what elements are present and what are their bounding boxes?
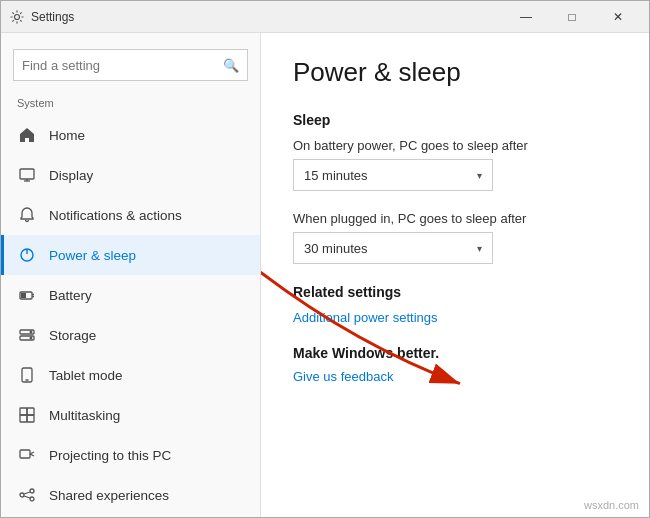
make-windows-title: Make Windows better. bbox=[293, 345, 617, 361]
svg-line-26 bbox=[24, 492, 30, 494]
battery-sleep-label: On battery power, PC goes to sleep after bbox=[293, 138, 617, 153]
search-icon: 🔍 bbox=[223, 58, 239, 73]
sidebar-item-tablet[interactable]: Tablet mode bbox=[1, 355, 260, 395]
sidebar-item-storage[interactable]: Storage bbox=[1, 315, 260, 355]
sidebar-item-projecting[interactable]: Projecting to this PC bbox=[1, 435, 260, 475]
svg-point-0 bbox=[15, 14, 20, 19]
plugged-sleep-dropdown[interactable]: 30 minutes ▾ bbox=[293, 232, 493, 264]
battery-sleep-value: 15 minutes bbox=[304, 168, 368, 183]
sidebar-item-notifications[interactable]: Notifications & actions bbox=[1, 195, 260, 235]
sidebar-label-shared: Shared experiences bbox=[49, 488, 169, 503]
display-icon bbox=[17, 165, 37, 185]
svg-rect-19 bbox=[27, 415, 34, 422]
main-content: Power & sleep Sleep On battery power, PC… bbox=[261, 33, 649, 428]
additional-power-settings-link[interactable]: Additional power settings bbox=[293, 310, 438, 325]
storage-icon bbox=[17, 325, 37, 345]
plugged-sleep-arrow: ▾ bbox=[477, 243, 482, 254]
sidebar-item-multitasking[interactable]: Multitasking bbox=[1, 395, 260, 435]
svg-rect-18 bbox=[20, 415, 27, 422]
svg-rect-9 bbox=[21, 293, 26, 298]
svg-point-25 bbox=[30, 497, 34, 501]
sidebar-label-display: Display bbox=[49, 168, 93, 183]
title-bar: Settings — □ ✕ bbox=[1, 1, 649, 33]
svg-line-27 bbox=[24, 496, 30, 498]
battery-sleep-dropdown[interactable]: 15 minutes ▾ bbox=[293, 159, 493, 191]
main-wrapper: Power & sleep Sleep On battery power, PC… bbox=[261, 33, 649, 517]
sidebar-label-tablet: Tablet mode bbox=[49, 368, 123, 383]
related-settings-section: Related settings Additional power settin… bbox=[293, 284, 617, 345]
notifications-icon bbox=[17, 205, 37, 225]
sidebar-label-projecting: Projecting to this PC bbox=[49, 448, 171, 463]
make-windows-section: Make Windows better. Give us feedback bbox=[293, 345, 617, 404]
give-feedback-link[interactable]: Give us feedback bbox=[293, 369, 393, 384]
shared-icon bbox=[17, 485, 37, 505]
sidebar: 🔍 System Home bbox=[1, 33, 261, 517]
sidebar-label-notifications: Notifications & actions bbox=[49, 208, 182, 223]
sleep-section: Sleep On battery power, PC goes to sleep… bbox=[293, 112, 617, 264]
svg-rect-17 bbox=[27, 408, 34, 415]
close-button[interactable]: ✕ bbox=[595, 1, 641, 33]
tablet-icon bbox=[17, 365, 37, 385]
svg-rect-1 bbox=[20, 169, 34, 179]
svg-point-12 bbox=[30, 331, 32, 333]
sidebar-item-battery[interactable]: Battery bbox=[1, 275, 260, 315]
page-title: Power & sleep bbox=[293, 57, 617, 88]
search-box[interactable]: 🔍 bbox=[13, 49, 248, 81]
battery-icon bbox=[17, 285, 37, 305]
watermark: wsxdn.com bbox=[584, 499, 639, 511]
svg-rect-16 bbox=[20, 408, 27, 415]
sidebar-label-battery: Battery bbox=[49, 288, 92, 303]
content-area: 🔍 System Home bbox=[1, 33, 649, 517]
window-controls: — □ ✕ bbox=[503, 1, 641, 33]
sidebar-label-multitasking: Multitasking bbox=[49, 408, 120, 423]
maximize-button[interactable]: □ bbox=[549, 1, 595, 33]
sidebar-item-power[interactable]: Power & sleep bbox=[1, 235, 260, 275]
multitasking-icon bbox=[17, 405, 37, 425]
plugged-sleep-value: 30 minutes bbox=[304, 241, 368, 256]
svg-point-13 bbox=[30, 337, 32, 339]
svg-point-24 bbox=[30, 489, 34, 493]
related-settings-title: Related settings bbox=[293, 284, 617, 300]
sleep-section-title: Sleep bbox=[293, 112, 617, 128]
home-icon bbox=[17, 125, 37, 145]
sidebar-item-home[interactable]: Home bbox=[1, 115, 260, 155]
sidebar-item-display[interactable]: Display bbox=[1, 155, 260, 195]
svg-rect-20 bbox=[20, 450, 30, 458]
search-input[interactable] bbox=[22, 58, 223, 73]
sidebar-label-home: Home bbox=[49, 128, 85, 143]
sidebar-label-storage: Storage bbox=[49, 328, 96, 343]
title-bar-text: Settings bbox=[31, 10, 503, 24]
sidebar-item-shared[interactable]: Shared experiences bbox=[1, 475, 260, 515]
minimize-button[interactable]: — bbox=[503, 1, 549, 33]
sidebar-label-power: Power & sleep bbox=[49, 248, 136, 263]
battery-sleep-arrow: ▾ bbox=[477, 170, 482, 181]
settings-app-icon bbox=[9, 9, 25, 25]
power-icon bbox=[17, 245, 37, 265]
sidebar-section-label: System bbox=[1, 97, 260, 115]
projecting-icon bbox=[17, 445, 37, 465]
plugged-sleep-label: When plugged in, PC goes to sleep after bbox=[293, 211, 617, 226]
settings-window: Settings — □ ✕ 🔍 System Home bbox=[0, 0, 650, 518]
svg-point-23 bbox=[20, 493, 24, 497]
